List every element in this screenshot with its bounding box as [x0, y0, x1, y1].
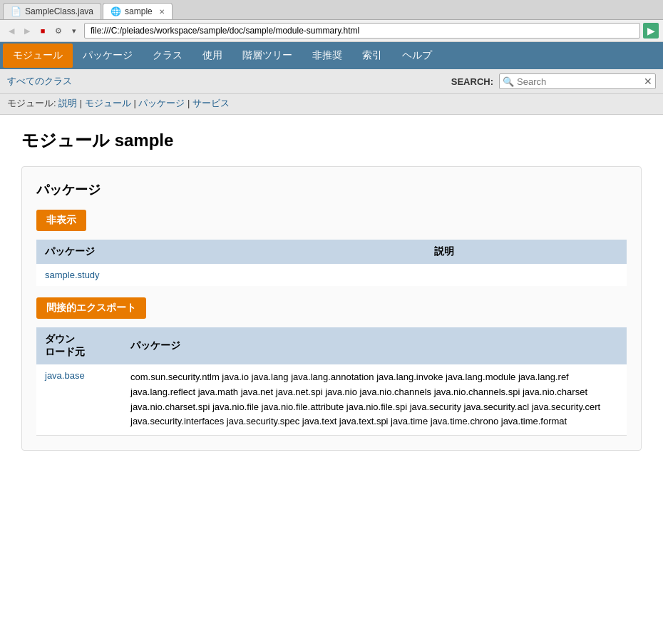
search-section: SEARCH: 🔍 ✕	[451, 73, 656, 89]
exports-description-cell	[426, 264, 627, 286]
all-classes-link[interactable]: すべてのクラス	[7, 75, 72, 88]
dropdown-button[interactable]: ▾	[67, 24, 81, 38]
search-clear-icon[interactable]: ✕	[644, 76, 652, 87]
search-bar: すべてのクラス SEARCH: 🔍 ✕	[0, 69, 663, 94]
nav-item-index[interactable]: 索引	[352, 44, 392, 68]
breadcrumb-item-package[interactable]: パッケージ	[138, 98, 185, 108]
exports-col-package: パッケージ	[36, 240, 426, 264]
breadcrumb-item-service[interactable]: サービス	[192, 98, 230, 108]
indirect-table: ダウンロード元 パッケージ java.base com.sun.security…	[36, 327, 627, 436]
stop-button[interactable]: ■	[36, 24, 50, 38]
exports-package-link[interactable]: sample.study	[45, 270, 100, 280]
nav-item-use[interactable]: 使用	[192, 44, 232, 68]
table-row: java.base com.sun.security.ntlm java.io …	[36, 364, 627, 436]
table-row: sample.study	[36, 264, 627, 286]
indirect-module-cell: java.base	[36, 364, 122, 436]
tab-sample[interactable]: 🌐 sample ✕	[103, 3, 173, 19]
exports-package-cell: sample.study	[36, 264, 426, 286]
exports-toggle-button[interactable]: 非表示	[36, 210, 86, 231]
settings-button[interactable]: ⚙	[51, 24, 66, 38]
breadcrumb-prefix: モジュール:	[7, 98, 58, 108]
module-link[interactable]: java.base	[45, 370, 85, 381]
breadcrumb-item-description[interactable]: 説明	[58, 98, 77, 108]
nav-buttons: ◀ ▶ ■ ⚙ ▾	[4, 24, 81, 38]
packages-card: パッケージ 非表示 パッケージ 説明 sample.study 間接的エクスポー	[21, 166, 642, 451]
indirect-col-module: ダウンロード元	[36, 327, 122, 364]
nav-item-help[interactable]: ヘルプ	[392, 44, 442, 68]
go-icon: ▶	[647, 25, 655, 36]
indirect-toggle-button[interactable]: 間接的エクスポート	[36, 297, 146, 319]
breadcrumb: モジュール: 説明 | モジュール | パッケージ | サービス	[0, 94, 663, 115]
search-input[interactable]	[517, 76, 641, 87]
forward-button[interactable]: ▶	[20, 24, 34, 38]
tab-bar: 📄 SampleClass.java 🌐 sample ✕	[0, 0, 663, 20]
go-button[interactable]: ▶	[643, 23, 659, 39]
indirect-table-header-row: ダウンロード元 パッケージ	[36, 327, 627, 364]
java-file-icon: 📄	[11, 6, 21, 16]
tab-sample-label: sample	[125, 6, 153, 16]
exports-col-description: 説明	[426, 240, 627, 264]
web-icon: 🌐	[110, 6, 121, 16]
address-input[interactable]	[84, 23, 640, 39]
main-content: モジュール sample パッケージ 非表示 パッケージ 説明 sample.s…	[0, 115, 663, 479]
packages-card-title: パッケージ	[36, 181, 627, 198]
search-input-wrap: 🔍 ✕	[499, 73, 656, 89]
tab-sampleclass-label: SampleClass.java	[25, 6, 93, 16]
page-title: モジュール sample	[21, 129, 642, 152]
tab-sampleclass[interactable]: 📄 SampleClass.java	[3, 3, 101, 19]
address-bar: ◀ ▶ ■ ⚙ ▾ ▶	[0, 20, 663, 42]
search-label: SEARCH:	[451, 76, 493, 87]
nav-item-deprecated[interactable]: 非推奨	[302, 44, 352, 68]
indirect-col-packages: パッケージ	[122, 327, 627, 364]
breadcrumb-item-module[interactable]: モジュール	[85, 98, 131, 108]
nav-menu: モジュール パッケージ クラス 使用 階層ツリー 非推奨 索引 ヘルプ	[0, 42, 663, 69]
packages-list: com.sun.security.ntlm java.io java.lang …	[130, 372, 600, 426]
search-icon: 🔍	[503, 76, 514, 87]
nav-item-package[interactable]: パッケージ	[73, 44, 143, 68]
exports-table-header-row: パッケージ 説明	[36, 240, 627, 264]
nav-item-class[interactable]: クラス	[143, 44, 192, 68]
tab-close-icon[interactable]: ✕	[159, 8, 165, 16]
indirect-packages-cell: com.sun.security.ntlm java.io java.lang …	[122, 364, 627, 436]
exports-table: パッケージ 説明 sample.study	[36, 240, 627, 286]
nav-item-hierarchy[interactable]: 階層ツリー	[232, 44, 302, 68]
back-button[interactable]: ◀	[4, 24, 19, 38]
nav-item-module[interactable]: モジュール	[3, 44, 73, 68]
